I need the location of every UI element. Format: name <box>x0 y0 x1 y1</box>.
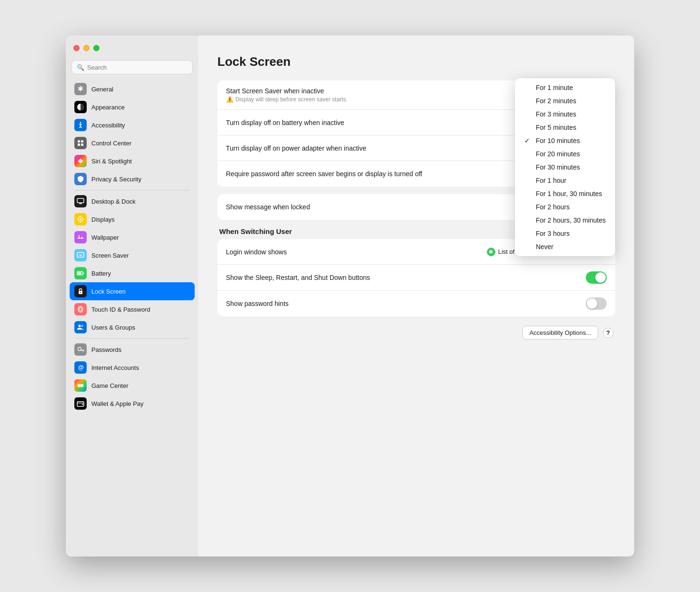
dropdown-item-10min[interactable]: ✓ For 10 minutes <box>515 134 615 147</box>
sidebar-item-wallpaper[interactable]: Wallpaper <box>70 228 195 246</box>
sidebar-item-touchid[interactable]: Touch ID & Password <box>70 300 195 318</box>
sidebar-label-general: General <box>91 86 113 93</box>
svg-point-12 <box>78 160 83 162</box>
sidebar-item-wallet[interactable]: Wallet & Apple Pay <box>70 395 195 413</box>
checkmark-5min <box>524 124 532 131</box>
svg-point-38 <box>78 384 81 387</box>
screensaver-icon <box>74 249 87 261</box>
sidebar-item-displays[interactable]: Displays <box>70 210 195 228</box>
checkmark-1hr30min <box>524 190 532 197</box>
sidebar-divider-2 <box>74 338 190 339</box>
sidebar-item-appearance[interactable]: Appearance <box>70 98 195 116</box>
checkmark-never <box>524 243 532 251</box>
internet-icon: @ <box>74 361 87 374</box>
dropdown-item-20min[interactable]: For 20 minutes <box>515 147 615 161</box>
svg-rect-7 <box>78 140 80 143</box>
dropdown-item-3min[interactable]: For 3 minutes <box>515 108 615 121</box>
touchid-icon <box>74 303 87 315</box>
lockscreen-icon <box>74 285 87 297</box>
sidebar-item-passwords[interactable]: Passwords <box>70 341 195 359</box>
sidebar-label-screensaver: Screen Saver <box>91 252 129 259</box>
dropdown-item-5min[interactable]: For 5 minutes <box>515 121 615 134</box>
dropdown-label-30min: For 30 minutes <box>536 163 580 171</box>
dropdown-item-30min[interactable]: For 30 minutes <box>515 161 615 174</box>
displays-icon <box>74 213 87 225</box>
svg-point-30 <box>80 308 82 311</box>
toggle-knob-hints <box>587 298 597 309</box>
dropdown-item-1hr30min[interactable]: For 1 hour, 30 minutes <box>515 187 615 200</box>
sidebar-list: General Appearance <box>66 80 198 556</box>
bottom-bar: Accessibility Options... ? <box>217 326 615 340</box>
sidebar-item-gamecenter[interactable]: Game Center <box>70 377 195 395</box>
dropdown-item-1min[interactable]: For 1 minute <box>515 81 615 94</box>
checkmark-10min: ✓ <box>524 137 532 144</box>
dropdown-item-never[interactable]: Never <box>515 240 615 253</box>
svg-point-32 <box>81 325 83 327</box>
sleep-restart-toggle[interactable] <box>586 271 607 284</box>
sidebar-label-users: Users & Groups <box>91 324 135 331</box>
search-bar[interactable]: 🔍 <box>72 60 193 74</box>
search-input[interactable] <box>87 64 188 71</box>
svg-rect-26 <box>78 272 81 274</box>
sidebar-item-internet[interactable]: @ Internet Accounts <box>70 359 195 377</box>
svg-point-31 <box>79 325 81 327</box>
dropdown-item-2hr30min[interactable]: For 2 hours, 30 minutes <box>515 214 615 227</box>
sidebar-label-wallet: Wallet & Apple Pay <box>91 400 144 407</box>
sidebar-item-desktop[interactable]: Desktop & Dock <box>70 192 195 210</box>
svg-rect-40 <box>77 402 84 406</box>
dropdown-label-1min: For 1 minute <box>536 84 573 91</box>
accessibility-options-button[interactable]: Accessibility Options... <box>522 326 598 340</box>
dropdown-label-3hr: For 3 hours <box>536 230 570 237</box>
system-settings-window: 🔍 General <box>66 36 634 556</box>
sidebar-label-appearance: Appearance <box>91 104 125 111</box>
appearance-icon <box>74 101 87 113</box>
gamecenter-icon <box>74 379 87 392</box>
users-icon <box>74 321 87 333</box>
checkmark-2hr30min <box>524 216 532 224</box>
svg-rect-8 <box>81 140 83 143</box>
dropdown-item-2hr[interactable]: For 2 hours <box>515 200 615 214</box>
minimize-button[interactable] <box>83 45 90 51</box>
sidebar-label-wallpaper: Wallpaper <box>91 234 119 241</box>
svg-point-42 <box>82 404 83 405</box>
checkmark-2min <box>524 97 532 105</box>
sleep-restart-label: Show the Sleep, Restart, and Shut Down b… <box>226 274 586 281</box>
checkmark-3hr <box>524 230 532 237</box>
passwords-icon <box>74 343 87 356</box>
sidebar-item-screensaver[interactable]: Screen Saver <box>70 246 195 264</box>
maximize-button[interactable] <box>93 45 99 51</box>
dropdown-label-2hr: For 2 hours <box>536 203 570 211</box>
sidebar-label-siri: Siri & Spotlight <box>91 158 132 165</box>
dropdown-item-3hr[interactable]: For 3 hours <box>515 227 615 240</box>
svg-rect-25 <box>83 273 84 274</box>
sidebar-item-users[interactable]: Users & Groups <box>70 318 195 336</box>
sidebar-label-battery: Battery <box>91 270 111 277</box>
svg-rect-23 <box>77 252 84 257</box>
checkmark-1min <box>524 84 532 91</box>
dropdown-label-20min: For 20 minutes <box>536 150 580 158</box>
sidebar-item-controlcenter[interactable]: Control Center <box>70 134 195 152</box>
sidebar-item-battery[interactable]: Battery <box>70 264 195 282</box>
sidebar-item-siri[interactable]: Siri & Spotlight <box>70 152 195 170</box>
close-button[interactable] <box>73 45 80 51</box>
dropdown-label-1hr30min: For 1 hour, 30 minutes <box>536 190 602 197</box>
sidebar-item-accessibility[interactable]: Accessibility <box>70 116 195 134</box>
dropdown-label-never: Never <box>536 243 553 251</box>
dropdown-item-2min[interactable]: For 2 minutes <box>515 94 615 108</box>
sidebar-label-gamecenter: Game Center <box>91 382 128 389</box>
sidebar-item-general[interactable]: General <box>70 80 195 98</box>
dropdown-label-5min: For 5 minutes <box>536 124 576 131</box>
svg-point-33 <box>78 348 81 351</box>
sidebar-label-internet: Internet Accounts <box>91 364 139 371</box>
dropdown-item-1hr[interactable]: For 1 hour <box>515 174 615 187</box>
sidebar-label-touchid: Touch ID & Password <box>91 306 150 313</box>
help-button[interactable]: ? <box>603 328 613 338</box>
password-hints-toggle[interactable] <box>586 297 607 310</box>
sleep-restart-control <box>586 271 607 284</box>
sidebar-item-lockscreen[interactable]: Lock Screen <box>70 282 195 300</box>
checkmark-1hr <box>524 177 532 184</box>
toggle-knob-sleep <box>595 272 606 283</box>
sidebar-item-privacy[interactable]: Privacy & Security <box>70 170 195 188</box>
sidebar-label-displays: Displays <box>91 216 115 223</box>
battery-icon <box>74 267 87 279</box>
